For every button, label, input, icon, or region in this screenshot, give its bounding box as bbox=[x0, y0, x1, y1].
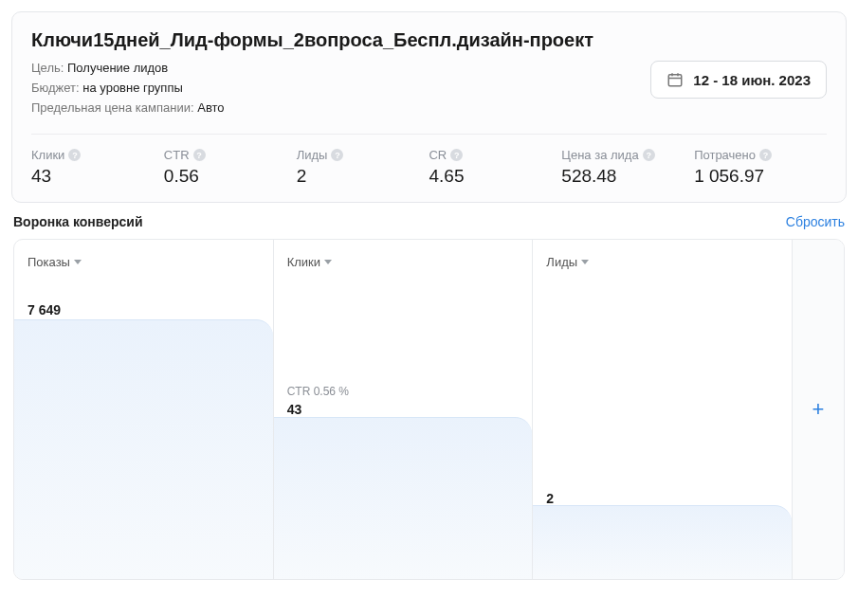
stat-item: Клики ? 43 bbox=[31, 148, 164, 187]
goal-value: Получение лидов bbox=[67, 61, 168, 75]
budget-line: Бюджет: на уровне группы bbox=[31, 81, 650, 95]
funnel-title: Воронка конверсий bbox=[13, 214, 143, 229]
goal-line: Цель: Получение лидов bbox=[31, 61, 650, 75]
stat-value: 2 bbox=[297, 166, 429, 187]
goal-label: Цель: bbox=[31, 61, 64, 75]
stat-label-text: Потрачено bbox=[694, 148, 756, 162]
funnel-col-body: 2 bbox=[533, 284, 792, 579]
help-icon[interactable]: ? bbox=[450, 149, 463, 161]
meta-block: Цель: Получение лидов Бюджет: на уровне … bbox=[31, 61, 650, 120]
funnel-column: Клики CTR 0.56 % 43 bbox=[274, 240, 534, 579]
stat-label-text: Клики bbox=[31, 148, 64, 162]
stat-value: 0.56 bbox=[164, 166, 297, 187]
campaign-title: Ключи15дней_Лид-формы_2вопроса_Беспл.диз… bbox=[31, 29, 827, 51]
limit-label: Предельная цена кампании: bbox=[31, 100, 194, 115]
budget-value: на уровне группы bbox=[82, 81, 183, 95]
stat-label: Клики ? bbox=[31, 148, 164, 162]
date-range-text: 12 - 18 июн. 2023 bbox=[693, 72, 811, 88]
stat-item: Лиды ? 2 bbox=[297, 148, 429, 187]
limit-value: Авто bbox=[197, 100, 224, 115]
stat-label-text: Лиды bbox=[297, 148, 328, 162]
stat-label: Потрачено ? bbox=[694, 148, 827, 162]
stat-item: Потрачено ? 1 056.97 bbox=[694, 148, 827, 187]
funnel-col-label: Показы bbox=[27, 255, 70, 269]
stat-value: 4.65 bbox=[429, 166, 561, 187]
funnel-col-label: Лиды bbox=[546, 255, 577, 269]
chevron-down-icon bbox=[324, 260, 332, 264]
funnel-col-select[interactable]: Лиды bbox=[533, 240, 792, 284]
add-funnel-column-button[interactable]: + bbox=[793, 240, 844, 579]
help-icon[interactable]: ? bbox=[643, 149, 655, 161]
funnel-col-select[interactable]: Клики bbox=[274, 240, 533, 284]
funnel-value: 43 bbox=[287, 402, 302, 417]
help-icon[interactable]: ? bbox=[193, 149, 206, 161]
chevron-down-icon bbox=[74, 260, 82, 264]
funnel-col-select[interactable]: Показы bbox=[14, 240, 273, 284]
stat-item: Цена за лида ? 528.48 bbox=[561, 148, 694, 187]
stat-value: 43 bbox=[31, 166, 164, 187]
svg-rect-0 bbox=[669, 75, 683, 86]
campaign-card: Ключи15дней_Лид-формы_2вопроса_Беспл.диз… bbox=[11, 11, 847, 203]
plus-icon: + bbox=[812, 397, 825, 422]
stat-label-text: CTR bbox=[164, 148, 190, 162]
limit-line: Предельная цена кампании: Авто bbox=[31, 100, 650, 115]
stat-item: CTR ? 0.56 bbox=[164, 148, 297, 187]
budget-label: Бюджет: bbox=[31, 81, 80, 95]
funnel-value: 2 bbox=[546, 491, 554, 506]
funnel-col-body: CTR 0.56 % 43 bbox=[274, 284, 533, 579]
funnel-col-body: 7 649 bbox=[14, 284, 273, 579]
help-icon[interactable]: ? bbox=[759, 149, 772, 161]
stat-item: CR ? 4.65 bbox=[429, 148, 561, 187]
stat-label-text: CR bbox=[429, 148, 447, 162]
calendar-icon bbox=[666, 71, 684, 88]
stat-label-text: Цена за лида bbox=[561, 148, 638, 162]
funnel-header: Воронка конверсий Сбросить bbox=[13, 214, 845, 229]
funnel-column: Показы 7 649 bbox=[14, 240, 274, 579]
header-row: Цель: Получение лидов Бюджет: на уровне … bbox=[31, 61, 827, 120]
stat-label: CR ? bbox=[429, 148, 561, 162]
funnel-value: 7 649 bbox=[27, 302, 61, 317]
funnel-bar bbox=[14, 319, 273, 579]
help-icon[interactable]: ? bbox=[68, 149, 81, 161]
funnel-bar bbox=[533, 505, 792, 579]
funnel-rate: CTR 0.56 % bbox=[287, 385, 349, 398]
stat-label: Лиды ? bbox=[297, 148, 429, 162]
funnel-chart: Показы 7 649 Клики CTR 0.56 % 43 Лиды 2 … bbox=[13, 239, 845, 580]
stat-label: CTR ? bbox=[164, 148, 297, 162]
funnel-bar bbox=[274, 417, 533, 579]
help-icon[interactable]: ? bbox=[331, 149, 343, 161]
chevron-down-icon bbox=[581, 260, 589, 264]
stat-value: 528.48 bbox=[561, 166, 694, 187]
reset-link[interactable]: Сбросить bbox=[786, 214, 845, 229]
funnel-col-label: Клики bbox=[287, 255, 320, 269]
stat-label: Цена за лида ? bbox=[561, 148, 694, 162]
stats-row: Клики ? 43 CTR ? 0.56 Лиды ? 2 CR ? 4.65… bbox=[31, 134, 827, 187]
stat-value: 1 056.97 bbox=[694, 166, 827, 187]
date-range-button[interactable]: 12 - 18 июн. 2023 bbox=[650, 61, 827, 99]
funnel-column: Лиды 2 bbox=[533, 240, 793, 579]
